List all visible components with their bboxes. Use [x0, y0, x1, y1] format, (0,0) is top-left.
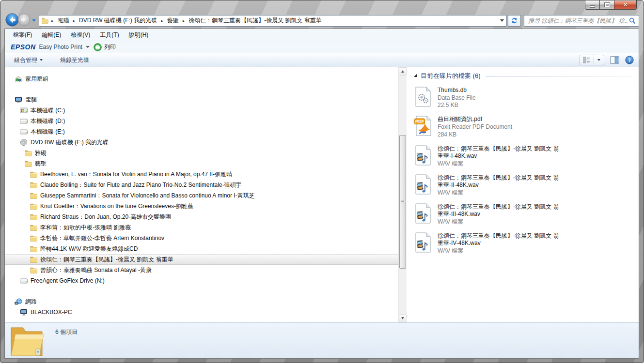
print-button[interactable]: 列印 — [104, 43, 116, 51]
command-bar: 組合管理 燒錄至光碟 — [5, 53, 639, 67]
tree-item[interactable]: 藝聖 — [5, 158, 398, 169]
scroll-up-icon — [401, 70, 404, 73]
tree-item[interactable]: Richard Straus：Don Juan, Op.20-高雄市交響樂團 — [5, 212, 398, 222]
tree-item[interactable]: 本機磁碟 (E:) — [5, 126, 398, 137]
files-group-header[interactable]: 目前在碟片的檔案 (6) — [414, 72, 635, 80]
file-type: WAV 檔案 — [438, 247, 560, 255]
tree-item[interactable]: 李和莆：如歌的中板-張雅晴 劉雅薇 — [5, 222, 398, 233]
file-item[interactable]: ♪徐頌仁：鋼琴三重奏【民謠】-徐晨又 劉凱文 翁重華-I-48K.wavWAV … — [414, 145, 635, 168]
address-dropdown-icon[interactable] — [500, 19, 504, 22]
tree-item[interactable]: 雅砌 — [5, 148, 398, 158]
breadcrumb-item-0[interactable]: 電腦 — [57, 15, 70, 26]
tree-item[interactable]: Beethoven, L. van：Sonata for Violin and … — [5, 169, 398, 180]
tree-item-label: 本機磁碟 (C:) — [31, 106, 65, 115]
tree-item[interactable]: Knut Guettler：Variations on the tune Gre… — [5, 201, 398, 212]
file-item-text: 曲目相關資訊.pdfFoxit Reader PDF Document284 K… — [438, 116, 560, 138]
minimize-button[interactable] — [585, 0, 600, 10]
breadcrumb-separator-icon: ▸ — [73, 18, 76, 23]
menu-item-3[interactable]: 工具(T) — [95, 30, 124, 41]
tree-item[interactable]: 徐頌仁：鋼琴三重奏【民謠】-徐晨又 劉凱文 翁重華 — [5, 254, 398, 265]
file-item-text: 徐頌仁：鋼琴三重奏【民謠】-徐晨又 劉凱文 翁重華-III-48K.wavWAV… — [438, 203, 560, 226]
breadcrumb-item-1[interactable]: DVD RW 磁碟機 (F:) 我的光碟 — [78, 15, 158, 26]
file-name: 徐頌仁：鋼琴三重奏【民謠】-徐晨又 劉凱文 翁重華-IV-48K.wav — [438, 232, 560, 247]
breadcrumb-separator-icon: ▸ — [161, 18, 163, 23]
tree-item-label: 本機磁碟 (D:) — [31, 117, 65, 125]
address-bar[interactable]: ▸電腦▸DVD RW 磁碟機 (F:) 我的光碟▸藝聖▸徐頌仁：鋼琴三重奏【民謠… — [39, 15, 507, 27]
print-icon[interactable] — [94, 43, 102, 51]
file-item[interactable]: ♪徐頌仁：鋼琴三重奏【民謠】-徐晨又 劉凱文 翁重華-II-48K.wavWAV… — [414, 174, 635, 197]
scrollbar-thumb[interactable] — [399, 135, 406, 269]
views-dropdown-button[interactable] — [594, 55, 604, 65]
file-name: Thumbs.db — [438, 87, 560, 94]
tree-item-label: 網路 — [25, 298, 37, 306]
views-dropdown-icon — [597, 59, 600, 61]
epson-logo: EPSON — [11, 43, 36, 51]
search-icon[interactable] — [629, 17, 636, 24]
folder-icon — [29, 235, 38, 242]
menu-item-2[interactable]: 檢視(V) — [66, 30, 95, 41]
close-button[interactable]: ✕ — [614, 0, 637, 10]
breadcrumb: ▸電腦▸DVD RW 磁碟機 (F:) 我的光碟▸藝聖▸徐頌仁：鋼琴三重奏【民謠… — [48, 15, 323, 26]
tree-item-label: 電腦 — [25, 96, 37, 104]
tree-item[interactable]: BLACKBOX-PC — [5, 307, 398, 318]
epson-dropdown-icon[interactable] — [86, 46, 90, 48]
tree-item[interactable]: 降轉44.1K WAV-歡迎愛樂友燒錄成CD — [5, 243, 398, 254]
menu-item-1[interactable]: 編輯(E) — [37, 30, 66, 41]
preview-pane-button[interactable] — [610, 56, 619, 64]
tree-item[interactable]: 李哲藝：草螟弄雞公-李哲藝 Artem Konstantinov — [5, 233, 398, 243]
close-icon: ✕ — [623, 2, 628, 8]
views-icon — [583, 57, 591, 63]
tree-item-label: 降轉44.1K WAV-歡迎愛樂友燒錄成CD — [40, 245, 138, 253]
tree-item[interactable]: Giuseppe Sammartini：Sonata for Violoncel… — [5, 190, 398, 201]
burn-to-disc-button[interactable]: 燒錄至光碟 — [56, 54, 94, 66]
tree-item[interactable]: 曾韻心：泰雅奏鳴曲 Sonata of Atayal -黃康 — [5, 265, 398, 275]
search-box — [524, 15, 639, 27]
tree-item[interactable]: 本機磁碟 (C:) — [5, 105, 398, 116]
tree-item-label: 家用群組 — [25, 75, 48, 83]
menu-bar: 檔案(F)編輯(E)檢視(V)工具(T)說明(H) — [5, 29, 639, 41]
file-item[interactable]: ♪徐頌仁：鋼琴三重奏【民謠】-徐晨又 劉凱文 翁重華-III-48K.wavWA… — [414, 203, 635, 226]
help-button[interactable]: ? — [625, 56, 634, 64]
breadcrumb-item-2[interactable]: 藝聖 — [166, 15, 180, 26]
tree-item[interactable]: 本機磁碟 (D:) — [5, 116, 398, 126]
breadcrumb-item-3[interactable]: 徐頌仁：鋼琴三重奏【民謠】-徐晨又 劉凱文 翁重華 — [188, 15, 323, 26]
organize-button[interactable]: 組合管理 — [10, 54, 47, 66]
tree-item[interactable]: Claude Bolling：Suite for Flute and Jazz … — [5, 180, 398, 190]
scroll-down-button[interactable] — [399, 314, 407, 322]
forward-button[interactable] — [17, 13, 31, 28]
forward-arrow-icon — [17, 13, 31, 26]
refresh-button[interactable] — [508, 15, 521, 27]
navigation-pane: 家用群組電腦本機磁碟 (C:)本機磁碟 (D:)本機磁碟 (E:)DVD RW … — [5, 67, 398, 322]
epson-app-name[interactable]: Easy Photo Print — [39, 44, 82, 50]
history-dropdown-icon[interactable] — [32, 19, 36, 22]
tree-item[interactable]: DVD RW 磁碟機 (F:) 我的光碟 — [5, 137, 398, 148]
maximize-button[interactable] — [600, 0, 614, 10]
folder-icon — [29, 203, 38, 210]
tree-item[interactable]: FreeAgent GoFlex Drive (N:) — [5, 275, 398, 286]
svg-text:♪: ♪ — [422, 241, 428, 253]
scrollbar-track[interactable] — [399, 76, 407, 314]
tree-item[interactable]: 網路 — [5, 296, 398, 307]
menu-item-0[interactable]: 檔案(F) — [8, 30, 37, 41]
file-item[interactable]: PDF曲目相關資訊.pdfFoxit Reader PDF Document28… — [414, 116, 635, 138]
views-button[interactable] — [580, 55, 594, 65]
tree-item[interactable]: 家用群組 — [5, 74, 398, 84]
search-input[interactable] — [527, 17, 629, 25]
menu-item-4[interactable]: 說明(H) — [124, 30, 154, 41]
file-item[interactable]: Thumbs.dbData Base File22.5 KB — [414, 87, 635, 109]
breadcrumb-separator-icon: ▸ — [51, 18, 54, 23]
files-pane: 目前在碟片的檔案 (6) Thumbs.dbData Base File22.5… — [407, 67, 639, 322]
file-item-text: Thumbs.dbData Base File22.5 KB — [438, 87, 560, 109]
scroll-down-icon — [401, 317, 404, 319]
scroll-up-button[interactable] — [399, 67, 407, 76]
collapse-triangle-icon[interactable] — [414, 74, 417, 77]
folder-icon — [24, 160, 32, 167]
tree-item[interactable]: 電腦 — [5, 94, 398, 105]
minimize-icon — [590, 6, 595, 7]
pc-icon — [19, 309, 28, 316]
file-item[interactable]: ♪徐頌仁：鋼琴三重奏【民謠】-徐晨又 劉凱文 翁重華-IV-48K.wavWAV… — [414, 232, 635, 255]
refresh-icon — [511, 17, 518, 24]
tree-scrollbar[interactable] — [398, 67, 407, 322]
window-controls: ✕ — [585, 0, 637, 10]
folder-icon — [24, 150, 32, 156]
